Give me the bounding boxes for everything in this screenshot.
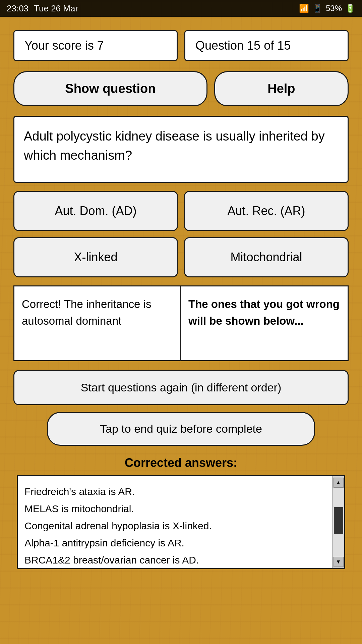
option-ar[interactable]: Aut. Rec. (AR) bbox=[184, 191, 349, 231]
battery-label: 53% bbox=[326, 4, 342, 13]
show-question-button[interactable]: Show question bbox=[13, 71, 207, 106]
main-content: Your score is 7 Question 15 of 15 Show q… bbox=[0, 17, 362, 583]
scroll-thumb[interactable] bbox=[334, 507, 343, 534]
result-correct-text: Correct! The inheritance is autosomal do… bbox=[22, 298, 151, 327]
status-bar: 23:03 Tue 26 Mar 📶 📱 53% 🔋 bbox=[0, 0, 362, 17]
corrected-answers-text: Friedreich's ataxia is AR. MELAS is mito… bbox=[24, 483, 338, 569]
corrected-item-2: MELAS is mitochondrial. bbox=[24, 500, 324, 517]
result-wrong-text: The ones that you got wrong will be show… bbox=[188, 298, 340, 327]
score-text: Your score is 7 bbox=[24, 39, 104, 52]
option-ad[interactable]: Aut. Dom. (AD) bbox=[13, 191, 178, 231]
score-box: Your score is 7 bbox=[13, 30, 178, 61]
scroll-track bbox=[333, 488, 344, 557]
question-text-box: Adult polycystic kidney disease is usual… bbox=[13, 116, 349, 183]
corrected-answers-label: Corrected answers: bbox=[13, 456, 349, 470]
question-box: Question 15 of 15 bbox=[184, 30, 349, 61]
corrected-item-4: Alpha-1 antitrypsin deficiency is AR. bbox=[24, 534, 324, 551]
help-button[interactable]: Help bbox=[214, 71, 349, 106]
signal-icon: 📱 bbox=[312, 4, 322, 13]
question-text: Adult polycystic kidney disease is usual… bbox=[24, 129, 325, 162]
scroll-down-arrow[interactable]: ▼ bbox=[334, 557, 344, 567]
question-progress: Question 15 of 15 bbox=[195, 39, 291, 52]
battery-icon: 🔋 bbox=[345, 4, 355, 13]
scroll-up-arrow[interactable]: ▲ bbox=[334, 478, 344, 488]
corrected-item-1: Friedreich's ataxia is AR. bbox=[24, 483, 324, 500]
result-correct-message: Correct! The inheritance is autosomal do… bbox=[14, 286, 181, 360]
options-grid: Aut. Dom. (AD) Aut. Rec. (AR) X-linked M… bbox=[13, 191, 349, 277]
corrected-item-3: Congenital adrenal hypoplasia is X-linke… bbox=[24, 517, 324, 534]
scrollbar[interactable]: ▲ ▼ bbox=[332, 476, 344, 568]
action-button-row: Show question Help bbox=[13, 71, 349, 106]
result-row: Correct! The inheritance is autosomal do… bbox=[13, 285, 349, 361]
restart-button[interactable]: Start questions again (in different orde… bbox=[13, 370, 349, 405]
option-xlinked[interactable]: X-linked bbox=[13, 237, 178, 277]
corrected-answers-box: Friedreich's ataxia is AR. MELAS is mito… bbox=[17, 475, 345, 569]
top-row: Your score is 7 Question 15 of 15 bbox=[13, 30, 349, 61]
status-time: 23:03 bbox=[7, 3, 28, 14]
wifi-icon: 📶 bbox=[299, 4, 309, 13]
option-mitochondrial[interactable]: Mitochondrial bbox=[184, 237, 349, 277]
result-wrong-message: The ones that you got wrong will be show… bbox=[181, 286, 348, 360]
corrected-item-5: BRCA1&2 breast/ovarian cancer is AD. bbox=[24, 551, 324, 569]
status-date: Tue 26 Mar bbox=[34, 3, 78, 14]
end-quiz-button[interactable]: Tap to end quiz before complete bbox=[47, 412, 315, 446]
